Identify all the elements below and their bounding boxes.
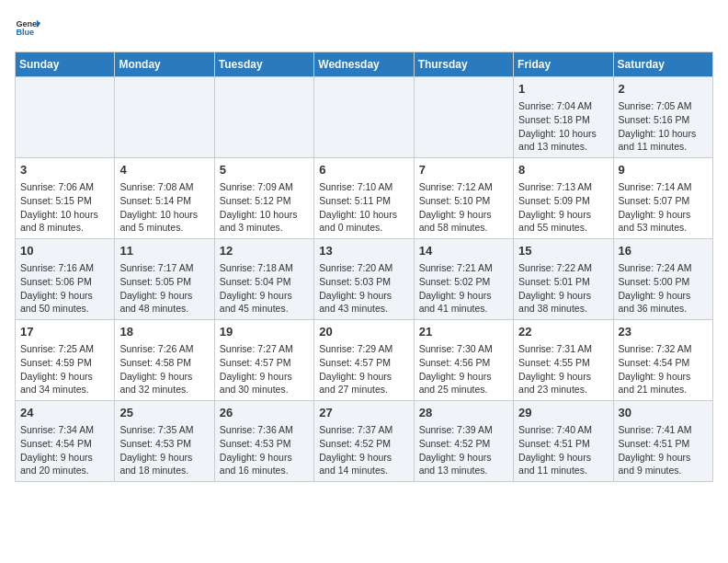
calendar-week-row: 1Sunrise: 7:04 AM Sunset: 5:18 PM Daylig… (16, 77, 713, 158)
calendar-cell: 6Sunrise: 7:10 AM Sunset: 5:11 PM Daylig… (314, 158, 414, 239)
day-info: Sunrise: 7:35 AM Sunset: 4:53 PM Dayligh… (119, 423, 209, 477)
calendar-cell: 22Sunrise: 7:31 AM Sunset: 4:55 PM Dayli… (514, 320, 613, 401)
calendar-cell (214, 77, 313, 158)
calendar-cell: 1Sunrise: 7:04 AM Sunset: 5:18 PM Daylig… (514, 77, 613, 158)
day-number: 3 (20, 162, 109, 178)
calendar-cell: 3Sunrise: 7:06 AM Sunset: 5:15 PM Daylig… (16, 158, 115, 239)
day-number: 12 (220, 243, 309, 259)
day-info: Sunrise: 7:18 AM Sunset: 5:04 PM Dayligh… (220, 261, 309, 316)
calendar-cell: 26Sunrise: 7:36 AM Sunset: 4:53 PM Dayli… (214, 401, 313, 482)
calendar-cell: 23Sunrise: 7:32 AM Sunset: 4:54 PM Dayli… (613, 320, 712, 401)
calendar-cell: 11Sunrise: 7:17 AM Sunset: 5:05 PM Dayli… (115, 239, 214, 320)
calendar-cell: 24Sunrise: 7:34 AM Sunset: 4:54 PM Dayli… (16, 401, 115, 482)
calendar-cell (314, 77, 414, 158)
calendar-week-row: 17Sunrise: 7:25 AM Sunset: 4:59 PM Dayli… (16, 320, 713, 401)
day-number: 22 (518, 324, 608, 340)
calendar-cell: 29Sunrise: 7:40 AM Sunset: 4:51 PM Dayli… (514, 401, 613, 482)
calendar-cell: 9Sunrise: 7:14 AM Sunset: 5:07 PM Daylig… (613, 158, 712, 239)
weekday-header-row: SundayMondayTuesdayWednesdayThursdayFrid… (16, 52, 713, 77)
calendar-cell: 18Sunrise: 7:26 AM Sunset: 4:58 PM Dayli… (115, 320, 214, 401)
calendar-cell: 8Sunrise: 7:13 AM Sunset: 5:09 PM Daylig… (514, 158, 613, 239)
day-info: Sunrise: 7:10 AM Sunset: 5:11 PM Dayligh… (319, 180, 408, 235)
weekday-header: Tuesday (214, 52, 313, 77)
calendar-cell: 19Sunrise: 7:27 AM Sunset: 4:57 PM Dayli… (214, 320, 313, 401)
day-number: 8 (518, 162, 608, 178)
day-number: 17 (20, 324, 109, 340)
day-info: Sunrise: 7:25 AM Sunset: 4:59 PM Dayligh… (20, 342, 109, 396)
day-number: 5 (220, 162, 309, 178)
calendar-cell (414, 77, 513, 158)
weekday-header: Friday (514, 52, 613, 77)
day-number: 20 (319, 324, 408, 340)
calendar-body: 1Sunrise: 7:04 AM Sunset: 5:18 PM Daylig… (16, 77, 713, 482)
day-info: Sunrise: 7:26 AM Sunset: 4:58 PM Dayligh… (119, 342, 209, 396)
logo: General Blue (15, 15, 40, 40)
day-number: 25 (119, 405, 209, 421)
calendar-cell: 27Sunrise: 7:37 AM Sunset: 4:52 PM Dayli… (314, 401, 414, 482)
weekday-header: Saturday (613, 52, 712, 77)
weekday-header: Thursday (414, 52, 513, 77)
day-number: 27 (319, 405, 408, 421)
day-info: Sunrise: 7:32 AM Sunset: 4:54 PM Dayligh… (619, 342, 708, 396)
calendar-cell (115, 77, 214, 158)
day-number: 7 (419, 162, 508, 178)
day-info: Sunrise: 7:41 AM Sunset: 4:51 PM Dayligh… (619, 423, 708, 477)
day-number: 26 (220, 405, 309, 421)
svg-text:Blue: Blue (16, 28, 34, 37)
day-info: Sunrise: 7:20 AM Sunset: 5:03 PM Dayligh… (319, 261, 408, 316)
calendar-week-row: 24Sunrise: 7:34 AM Sunset: 4:54 PM Dayli… (16, 401, 713, 482)
calendar-cell: 4Sunrise: 7:08 AM Sunset: 5:14 PM Daylig… (115, 158, 214, 239)
day-info: Sunrise: 7:13 AM Sunset: 5:09 PM Dayligh… (518, 180, 608, 235)
day-number: 30 (619, 405, 708, 421)
day-number: 11 (119, 243, 209, 259)
day-info: Sunrise: 7:08 AM Sunset: 5:14 PM Dayligh… (119, 180, 209, 235)
day-info: Sunrise: 7:12 AM Sunset: 5:10 PM Dayligh… (419, 180, 508, 235)
day-info: Sunrise: 7:30 AM Sunset: 4:56 PM Dayligh… (419, 342, 508, 396)
weekday-header: Wednesday (314, 52, 414, 77)
calendar-cell: 17Sunrise: 7:25 AM Sunset: 4:59 PM Dayli… (16, 320, 115, 401)
day-info: Sunrise: 7:31 AM Sunset: 4:55 PM Dayligh… (518, 342, 608, 396)
day-info: Sunrise: 7:40 AM Sunset: 4:51 PM Dayligh… (518, 423, 608, 477)
calendar-cell: 14Sunrise: 7:21 AM Sunset: 5:02 PM Dayli… (414, 239, 513, 320)
calendar-cell: 7Sunrise: 7:12 AM Sunset: 5:10 PM Daylig… (414, 158, 513, 239)
page-header: General Blue (15, 15, 713, 40)
day-info: Sunrise: 7:09 AM Sunset: 5:12 PM Dayligh… (220, 180, 309, 235)
day-info: Sunrise: 7:24 AM Sunset: 5:00 PM Dayligh… (619, 261, 708, 316)
day-info: Sunrise: 7:05 AM Sunset: 5:16 PM Dayligh… (619, 99, 708, 154)
day-number: 6 (319, 162, 408, 178)
day-number: 13 (319, 243, 408, 259)
day-info: Sunrise: 7:14 AM Sunset: 5:07 PM Dayligh… (619, 180, 708, 235)
calendar-header: SundayMondayTuesdayWednesdayThursdayFrid… (16, 52, 713, 77)
day-info: Sunrise: 7:04 AM Sunset: 5:18 PM Dayligh… (518, 99, 608, 154)
day-number: 10 (20, 243, 109, 259)
day-number: 9 (619, 162, 708, 178)
day-info: Sunrise: 7:36 AM Sunset: 4:53 PM Dayligh… (220, 423, 309, 477)
day-number: 24 (20, 405, 109, 421)
calendar-cell: 5Sunrise: 7:09 AM Sunset: 5:12 PM Daylig… (214, 158, 313, 239)
calendar-table: SundayMondayTuesdayWednesdayThursdayFrid… (15, 52, 713, 482)
calendar-cell: 30Sunrise: 7:41 AM Sunset: 4:51 PM Dayli… (613, 401, 712, 482)
calendar-cell: 28Sunrise: 7:39 AM Sunset: 4:52 PM Dayli… (414, 401, 513, 482)
day-number: 18 (119, 324, 209, 340)
day-number: 21 (419, 324, 508, 340)
calendar-cell: 10Sunrise: 7:16 AM Sunset: 5:06 PM Dayli… (16, 239, 115, 320)
weekday-header: Monday (115, 52, 214, 77)
day-number: 19 (220, 324, 309, 340)
calendar-cell: 21Sunrise: 7:30 AM Sunset: 4:56 PM Dayli… (414, 320, 513, 401)
day-info: Sunrise: 7:29 AM Sunset: 4:57 PM Dayligh… (319, 342, 408, 396)
calendar-cell: 13Sunrise: 7:20 AM Sunset: 5:03 PM Dayli… (314, 239, 414, 320)
day-info: Sunrise: 7:21 AM Sunset: 5:02 PM Dayligh… (419, 261, 508, 316)
calendar-week-row: 10Sunrise: 7:16 AM Sunset: 5:06 PM Dayli… (16, 239, 713, 320)
calendar-cell: 15Sunrise: 7:22 AM Sunset: 5:01 PM Dayli… (514, 239, 613, 320)
day-number: 15 (518, 243, 608, 259)
calendar-cell: 12Sunrise: 7:18 AM Sunset: 5:04 PM Dayli… (214, 239, 313, 320)
day-number: 28 (419, 405, 508, 421)
day-number: 29 (518, 405, 608, 421)
day-number: 4 (119, 162, 209, 178)
logo-icon: General Blue (15, 15, 40, 40)
calendar-week-row: 3Sunrise: 7:06 AM Sunset: 5:15 PM Daylig… (16, 158, 713, 239)
day-number: 14 (419, 243, 508, 259)
day-info: Sunrise: 7:22 AM Sunset: 5:01 PM Dayligh… (518, 261, 608, 316)
day-number: 16 (619, 243, 708, 259)
calendar-cell: 2Sunrise: 7:05 AM Sunset: 5:16 PM Daylig… (613, 77, 712, 158)
